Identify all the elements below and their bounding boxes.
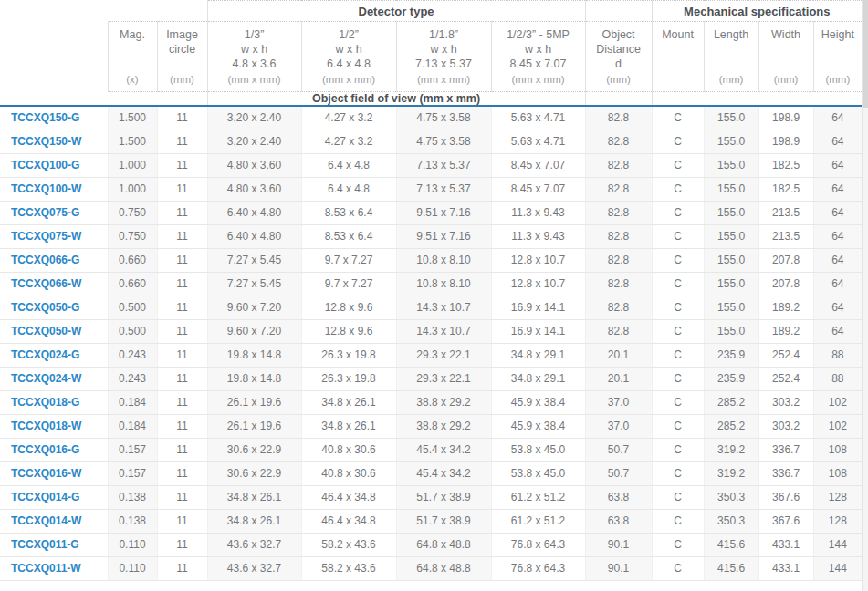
col-height-header: Height — [813, 22, 862, 73]
cell-circle: 11 — [157, 343, 207, 367]
cell-fov13: 4.80 x 3.60 — [207, 153, 301, 177]
unit-fov-1-18: (mm x mm) — [396, 73, 491, 92]
cell-height: 102 — [813, 390, 862, 414]
group-blank-distance — [585, 1, 652, 22]
cell-fov12: 58.2 x 43.6 — [301, 556, 396, 580]
col-fov-1-2-header: 1/2” w x h 6.4 x 4.8 — [301, 22, 396, 73]
cell-dist: 37.0 — [585, 390, 652, 414]
fov-1-23-dims: 8.45 x 7.07 — [492, 57, 585, 71]
product-link[interactable]: TCCXQ016-W — [0, 461, 108, 485]
cell-height: 102 — [813, 414, 862, 438]
cell-mount: C — [652, 509, 704, 533]
col-mount-header: Mount — [652, 22, 704, 73]
product-link[interactable]: TCCXQ075-W — [0, 224, 108, 248]
cell-fov118: 9.51 x 7.16 — [396, 201, 491, 224]
product-link[interactable]: TCCXQ075-G — [0, 201, 108, 224]
cell-circle: 11 — [157, 201, 207, 224]
product-link[interactable]: TCCXQ014-G — [0, 485, 108, 509]
table-row: TCCXQ150-W1.500113.20 x 2.404.27 x 3.24.… — [0, 130, 862, 153]
product-link[interactable]: TCCXQ018-W — [0, 414, 108, 438]
cell-height: 64 — [813, 272, 862, 296]
cell-width: 189.2 — [758, 296, 813, 319]
cell-height: 108 — [813, 461, 862, 485]
cell-dist: 50.7 — [585, 438, 652, 461]
cell-mount: C — [652, 177, 704, 201]
cell-length: 415.6 — [704, 556, 758, 580]
scrollbar-thumb[interactable] — [863, 0, 868, 108]
product-link[interactable]: TCCXQ066-W — [0, 272, 108, 296]
cell-mag: 0.110 — [108, 556, 157, 580]
product-link[interactable]: TCCXQ050-G — [0, 296, 108, 319]
cell-width: 336.7 — [758, 461, 813, 485]
cell-mag: 1.500 — [108, 106, 157, 130]
cell-dist: 82.8 — [585, 224, 652, 248]
product-link[interactable]: TCCXQ024-G — [0, 343, 108, 367]
cell-circle: 11 — [157, 556, 207, 580]
product-link[interactable]: TCCXQ100-G — [0, 153, 108, 177]
product-link[interactable]: TCCXQ100-W — [0, 177, 108, 201]
object-distance-d: d — [586, 57, 652, 71]
cell-fov12: 8.53 x 6.4 — [301, 224, 396, 248]
cell-circle: 11 — [157, 177, 207, 201]
cell-mag: 0.138 — [108, 509, 157, 533]
table-row: TCCXQ066-W0.660117.27 x 5.459.7 x 7.2710… — [0, 272, 862, 296]
unit-fov-1-2: (mm x mm) — [301, 73, 396, 92]
cell-fov118: 14.3 x 10.7 — [396, 319, 491, 343]
cell-height: 64 — [813, 177, 862, 201]
cell-mount: C — [652, 556, 704, 580]
cell-fov13: 9.60 x 7.20 — [207, 296, 301, 319]
object-field-of-view-row: Object field of view (mm x mm) — [0, 92, 862, 107]
cell-dist: 20.1 — [585, 367, 652, 390]
table-row: TCCXQ018-G0.1841126.1 x 19.634.8 x 26.13… — [0, 390, 862, 414]
unit-mag: (x) — [108, 73, 157, 92]
group-blank-left — [0, 1, 207, 22]
group-mechanical-specs: Mechanical specifications — [652, 1, 862, 22]
cell-fov118: 38.8 x 29.2 — [396, 390, 491, 414]
product-link[interactable]: TCCXQ024-W — [0, 367, 108, 390]
cell-fov523: 45.9 x 38.4 — [491, 390, 585, 414]
product-link[interactable]: TCCXQ150-G — [0, 106, 108, 130]
vertical-scrollbar[interactable] — [862, 0, 868, 591]
cell-fov13: 19.8 x 14.8 — [207, 343, 301, 367]
cell-mount: C — [652, 414, 704, 438]
col-width-header: Width — [758, 22, 813, 73]
product-link[interactable]: TCCXQ014-W — [0, 509, 108, 533]
table-header: Detector type Mechanical specifications … — [0, 1, 862, 107]
cell-dist: 82.8 — [585, 177, 652, 201]
cell-fov13: 7.27 x 5.45 — [207, 248, 301, 272]
cell-fov118: 10.8 x 8.10 — [396, 248, 491, 272]
cell-width: 433.1 — [758, 556, 813, 580]
cell-width: 198.9 — [758, 130, 813, 153]
cell-fov118: 4.75 x 3.58 — [396, 130, 491, 153]
cell-dist: 82.8 — [585, 130, 652, 153]
cell-length: 155.0 — [704, 130, 758, 153]
fov-1-18-wxh: w x h — [397, 42, 491, 57]
cell-circle: 11 — [157, 485, 207, 509]
product-link[interactable]: TCCXQ016-G — [0, 438, 108, 461]
product-link[interactable]: TCCXQ011-G — [0, 533, 108, 556]
product-link[interactable]: TCCXQ011-W — [0, 556, 108, 580]
cell-fov12: 12.8 x 9.6 — [301, 296, 396, 319]
product-link[interactable]: TCCXQ050-W — [0, 319, 108, 343]
cell-mag: 1.000 — [108, 177, 157, 201]
cell-fov13: 34.8 x 26.1 — [207, 509, 301, 533]
cell-fov13: 3.20 x 2.40 — [207, 106, 301, 130]
product-link[interactable]: TCCXQ066-G — [0, 248, 108, 272]
cell-height: 128 — [813, 509, 862, 533]
cell-width: 182.5 — [758, 177, 813, 201]
cell-mag: 0.157 — [108, 438, 157, 461]
cell-length: 155.0 — [704, 153, 758, 177]
cell-fov12: 12.8 x 9.6 — [301, 319, 396, 343]
fov-1-23-wxh: w x h — [492, 42, 585, 57]
cell-width: 367.6 — [758, 485, 813, 509]
cell-fov523: 8.45 x 7.07 — [491, 177, 585, 201]
cell-mount: C — [652, 533, 704, 556]
unit-height: (mm) — [813, 73, 862, 92]
table-row: TCCXQ016-W0.1571130.6 x 22.940.8 x 30.64… — [0, 461, 862, 485]
col-object-distance-header: Object Distance d — [585, 22, 652, 73]
product-link[interactable]: TCCXQ150-W — [0, 130, 108, 153]
product-link[interactable]: TCCXQ018-G — [0, 390, 108, 414]
cell-length: 415.6 — [704, 533, 758, 556]
cell-dist: 20.1 — [585, 343, 652, 367]
cell-length: 319.2 — [704, 461, 758, 485]
